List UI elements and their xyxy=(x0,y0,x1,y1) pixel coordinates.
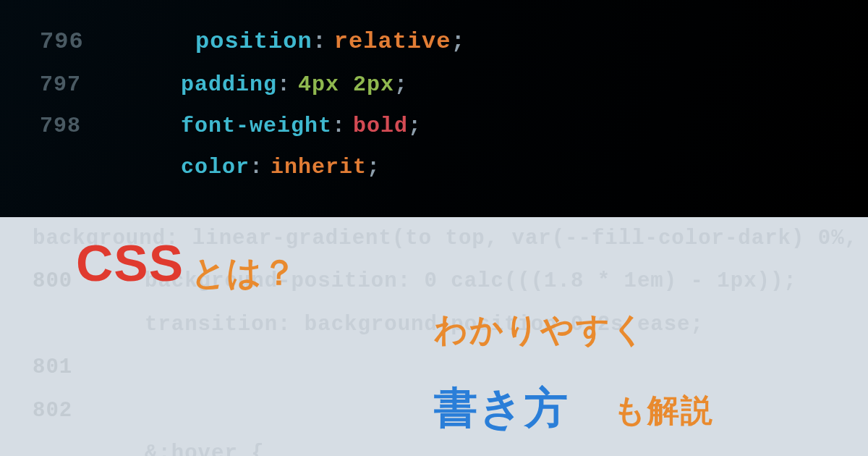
code-line-796: 796 position: relative; xyxy=(40,20,868,64)
colon: : xyxy=(312,20,327,64)
css-property: color xyxy=(181,147,250,188)
line-number: 796 xyxy=(40,20,195,64)
semicolon: ; xyxy=(394,64,408,106)
semicolon: ; xyxy=(367,147,380,188)
code-line-797: 797 padding: 4px 2px; xyxy=(40,64,868,106)
colon: : xyxy=(250,147,263,188)
line-number: 798 xyxy=(40,106,181,147)
headline-css: CSS xyxy=(76,234,184,292)
headline-wakariyasuku: わかりやすく xyxy=(434,308,647,352)
headline-mokaisetsu: も解説 xyxy=(613,389,714,432)
css-property: position xyxy=(195,20,312,64)
code-editor-dark-region: 796 position: relative; 797 padding: 4px… xyxy=(0,0,868,217)
colon: : xyxy=(277,64,291,106)
code-line-color: color: inherit; xyxy=(40,147,868,188)
semicolon: ; xyxy=(451,20,465,64)
css-property: padding xyxy=(181,64,277,106)
css-value: 4px 2px xyxy=(298,64,394,106)
headline-kakikata: 書き方 xyxy=(434,379,569,438)
line-number: 797 xyxy=(40,64,181,106)
headline-toha: とは？ xyxy=(191,250,297,296)
css-value: relative xyxy=(334,20,451,64)
semicolon: ; xyxy=(408,106,422,147)
code-line-798: 798 font-weight: bold; xyxy=(40,106,868,147)
colon: : xyxy=(332,106,346,147)
css-value: inherit xyxy=(271,147,367,188)
css-value: bold xyxy=(353,106,408,147)
css-property: font-weight xyxy=(181,106,332,147)
